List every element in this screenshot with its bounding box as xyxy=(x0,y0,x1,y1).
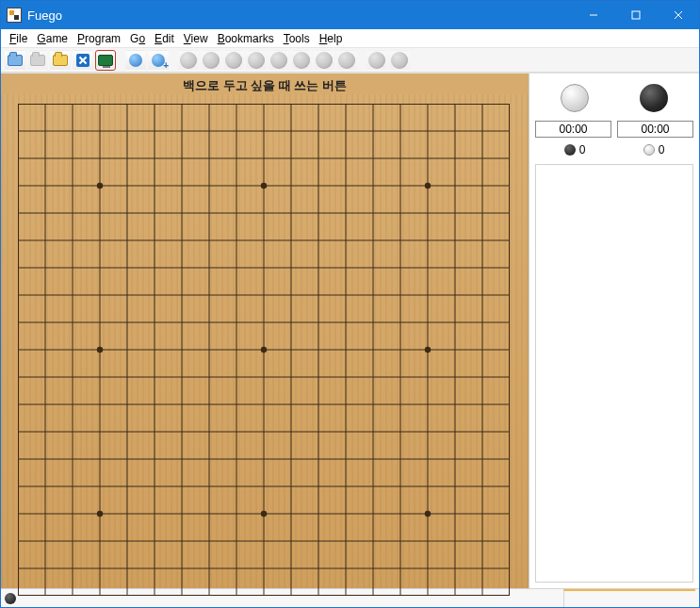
sidebar: 00:00 00:00 0 0 xyxy=(529,74,699,588)
open-folder-icon xyxy=(53,55,68,66)
toolbar-pass-button[interactable] xyxy=(366,50,387,71)
board-caption: 백으로 두고 싶을 때 쓰는 버튼 xyxy=(1,74,529,94)
menu-go[interactable]: Go xyxy=(125,31,150,46)
window-controls xyxy=(572,1,699,29)
menu-program[interactable]: Program xyxy=(73,31,125,46)
stone-icon xyxy=(248,52,265,69)
clock-row: 00:00 00:00 xyxy=(535,121,693,138)
svg-point-43 xyxy=(261,183,267,189)
network-add-icon xyxy=(152,54,165,67)
maximize-button[interactable] xyxy=(614,1,657,29)
toolbar-engine-button[interactable] xyxy=(95,50,116,71)
app-icon xyxy=(7,8,22,23)
menu-file[interactable]: File xyxy=(5,31,32,46)
stone-icon xyxy=(270,52,287,69)
black-clock: 00:00 xyxy=(617,121,693,138)
close-doc-icon xyxy=(76,54,90,67)
go-board[interactable] xyxy=(1,94,529,588)
toolbar-nav-next-button[interactable] xyxy=(246,50,267,71)
stone-icon xyxy=(338,52,355,69)
window-title: Fuego xyxy=(27,8,62,23)
menu-edit[interactable]: Edit xyxy=(150,31,179,46)
toolbar-open-button[interactable] xyxy=(50,50,71,71)
menu-game[interactable]: Game xyxy=(32,31,73,46)
save-icon xyxy=(30,55,45,66)
toolbar-nav-next10-button[interactable] xyxy=(269,50,289,71)
toolbar-nav-var-next-button[interactable] xyxy=(336,50,357,71)
new-file-icon xyxy=(8,55,23,66)
svg-point-46 xyxy=(261,347,267,353)
menu-view[interactable]: View xyxy=(179,31,213,46)
toolbar-close-doc-button[interactable] xyxy=(73,50,93,71)
player-indicator xyxy=(535,79,693,117)
minimize-button[interactable] xyxy=(572,1,614,29)
gametree-panel[interactable] xyxy=(535,164,693,583)
close-button[interactable] xyxy=(657,1,699,29)
svg-point-47 xyxy=(425,347,431,353)
capture-row: 0 0 xyxy=(535,141,693,158)
menu-tools[interactable]: Tools xyxy=(279,31,315,46)
black-captures-value: 0 xyxy=(579,143,586,156)
black-captures: 0 xyxy=(564,143,586,156)
stone-icon xyxy=(293,52,310,69)
stone-icon xyxy=(391,52,408,69)
statusbar-section xyxy=(563,589,695,607)
toolbar-save-button[interactable] xyxy=(27,50,48,71)
content-area: 백으로 두고 싶을 때 쓰는 버튼 00:00 00:00 0 xyxy=(1,73,699,588)
stone-icon xyxy=(316,52,333,69)
app-window: Fuego File Game Program Go Edit View Boo… xyxy=(0,0,700,608)
white-clock: 00:00 xyxy=(535,121,611,138)
titlebar[interactable]: Fuego xyxy=(1,1,699,29)
toolbar-network-add-button[interactable] xyxy=(148,50,169,71)
stone-icon xyxy=(225,52,242,69)
turn-indicator-icon xyxy=(5,593,16,604)
menu-bookmarks[interactable]: Bookmarks xyxy=(213,31,279,46)
stone-icon xyxy=(368,52,385,69)
toolbar-nav-last-button[interactable] xyxy=(291,50,312,71)
black-player-icon xyxy=(640,84,668,112)
toolbar xyxy=(1,48,699,73)
toolbar-interrupt-button[interactable] xyxy=(389,50,410,71)
white-player-icon xyxy=(561,84,589,112)
svg-point-49 xyxy=(261,511,267,517)
white-stone-icon xyxy=(643,144,655,156)
menu-help[interactable]: Help xyxy=(315,31,348,46)
white-captures-value: 0 xyxy=(659,143,665,156)
svg-point-42 xyxy=(97,183,103,189)
stone-icon xyxy=(180,52,197,69)
menubar: File Game Program Go Edit View Bookmarks… xyxy=(1,29,699,48)
network-icon xyxy=(129,54,142,67)
toolbar-nav-prev-button[interactable] xyxy=(223,50,244,71)
toolbar-network-button[interactable] xyxy=(125,50,146,71)
svg-rect-1 xyxy=(632,11,640,19)
svg-point-50 xyxy=(425,511,431,517)
svg-point-45 xyxy=(97,347,103,353)
engine-icon xyxy=(98,55,113,66)
black-stone-icon xyxy=(564,144,576,156)
board-grid xyxy=(18,104,510,596)
white-captures: 0 xyxy=(643,143,665,156)
svg-point-48 xyxy=(97,511,103,517)
toolbar-nav-first-button[interactable] xyxy=(178,50,199,71)
toolbar-nav-var-prev-button[interactable] xyxy=(314,50,334,71)
stone-icon xyxy=(203,52,220,69)
board-panel: 백으로 두고 싶을 때 쓰는 버튼 xyxy=(1,74,529,588)
svg-point-44 xyxy=(425,183,431,189)
toolbar-new-button[interactable] xyxy=(5,50,25,71)
toolbar-nav-prev10-button[interactable] xyxy=(201,50,221,71)
